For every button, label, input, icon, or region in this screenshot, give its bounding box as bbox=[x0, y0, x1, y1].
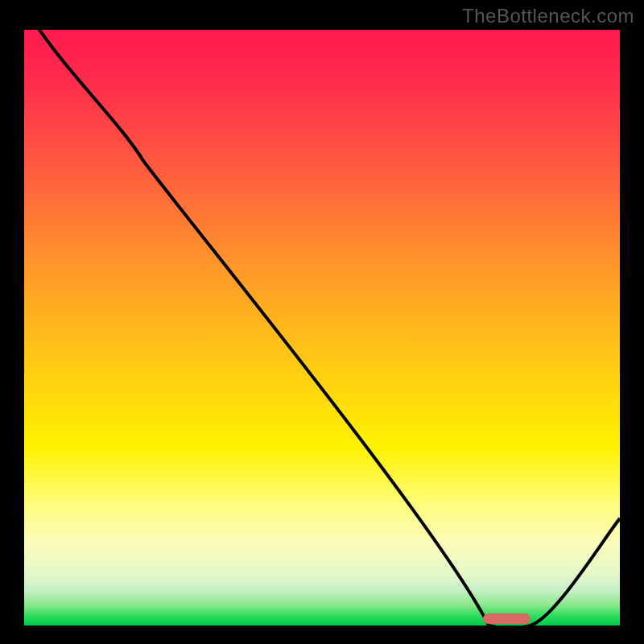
chart-gradient-background bbox=[24, 30, 620, 625]
chart-line-curve bbox=[24, 30, 620, 625]
watermark-text: TheBottleneck.com bbox=[462, 5, 634, 27]
chart-marker-bar bbox=[483, 613, 530, 624]
